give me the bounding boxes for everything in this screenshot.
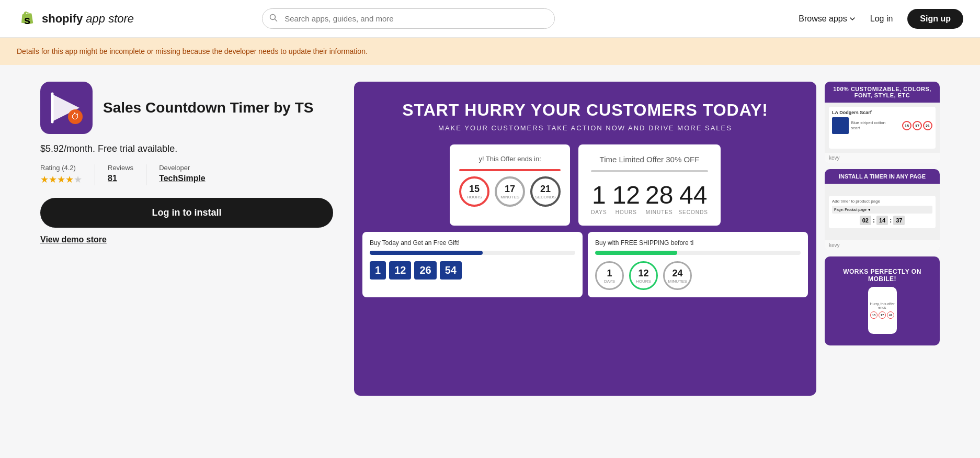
side-thumb-3-header: Works Perfectly on Mobile!: [830, 268, 935, 283]
signup-button[interactable]: Sign up: [907, 9, 963, 29]
progress-fill-2: [595, 251, 677, 255]
developer-label: Developer: [159, 164, 206, 172]
circular-timer-card: y! This Offer ends in: 15 HOURS 17 MINUT…: [450, 144, 570, 226]
hours-circle: 15 HOURS: [459, 176, 489, 207]
timer-cards: y! This Offer ends in: 15 HOURS 17 MINUT…: [371, 144, 800, 226]
reviews-count[interactable]: 81: [108, 174, 133, 183]
install-button[interactable]: Log in to install: [40, 198, 333, 228]
timer-card-label: y! This Offer ends in:: [459, 155, 561, 163]
header-nav: Browse apps Log in Sign up: [799, 9, 963, 29]
rating-group: Rating (4.2) ★★★★★: [40, 164, 82, 185]
app-meta: Rating (4.2) ★★★★★ Reviews 81 Developer …: [40, 164, 333, 185]
header: s shopify app store Browse apps Log in S…: [0, 0, 980, 38]
logo[interactable]: s shopify app store: [17, 8, 134, 29]
blue-digits: 1 12 26 54: [370, 261, 575, 280]
side-thumb-2-content: Add timer to product page Page: Product …: [825, 184, 940, 240]
mini-timer-row: 02 : 14 : 37: [832, 216, 932, 225]
kevy-label-2: kevy: [825, 240, 940, 250]
seconds-digit: 44 SECONDS: [678, 181, 708, 215]
minutes-circle: 17 MINUTES: [495, 176, 525, 207]
minutes-digit: 28 MINUTES: [645, 181, 673, 215]
reviews-label: Reviews: [108, 164, 133, 172]
chevron-down-icon: [849, 16, 856, 22]
app-header: ⏱ Sales Countdown Timer by TS: [40, 82, 333, 134]
info-banner: Details for this app might be incomplete…: [0, 38, 980, 65]
digit-1: 1: [370, 261, 386, 280]
timer-card-2-label: Time Limited Offer 30% OFF: [591, 155, 708, 164]
meta-separator: [95, 164, 95, 185]
screenshot-content: Start Hurry Your Customers Today! Make y…: [354, 82, 816, 226]
digit-4: 54: [440, 261, 462, 280]
bottom-card-2-title: Buy with FREE SHIPPING before ti: [595, 239, 801, 247]
mobile-phone: Hurry, this offer ends 15 17 41: [868, 287, 897, 334]
days-digit: 1 DAYS: [591, 181, 607, 215]
seconds-circle: 21 SECONDS: [530, 176, 561, 207]
shopify-bag-icon: s: [17, 8, 38, 29]
bottom-cards: Buy Today and Get an Free Gift! 1 12 26 …: [354, 232, 816, 297]
side-thumb-1-content: LA Dodgers Scarf Blue striped cottonscar…: [825, 103, 940, 153]
progress-fill-1: [370, 251, 483, 255]
screenshot-subtitle: Make your Customers take action Now and …: [371, 124, 800, 132]
screenshots-area: Start Hurry Your Customers Today! Make y…: [354, 82, 940, 396]
side-thumb-1: 100% Customizable, Colors, Font, Style, …: [825, 82, 940, 163]
app-price: $5.92/month. Free trial available.: [40, 143, 333, 154]
browse-apps-button[interactable]: Browse apps: [799, 14, 856, 24]
svg-line-3: [275, 19, 277, 21]
digit-2: 12: [389, 261, 411, 280]
progress-bar-1: [370, 251, 575, 255]
developer-group: Developer TechSimple: [159, 164, 206, 183]
side-thumb-2-header: Install a Timer in any Page: [825, 169, 940, 184]
digit-timer: 1 DAYS 12 HOURS 28 MINUTES: [591, 181, 708, 215]
rating-label: Rating (4.2): [40, 164, 82, 172]
mini-timer-h: 02: [860, 216, 871, 225]
circles-row: 15 HOURS 17 MINUTES 21 SECONDS: [459, 176, 561, 207]
progress-bar-2: [595, 251, 801, 255]
app-icon: ⏱: [40, 82, 93, 134]
small-circles: 1 DAYS 12 HOURS 24 MINUTES: [595, 261, 801, 290]
bottom-card-2: Buy with FREE SHIPPING before ti 1 DAYS …: [588, 232, 808, 297]
svg-text:⏱: ⏱: [71, 112, 79, 121]
reviews-group: Reviews 81: [108, 164, 133, 183]
app-title: Sales Countdown Timer by TS: [103, 99, 313, 117]
side-thumb-1-header: 100% Customizable, Colors, Font, Style, …: [825, 82, 940, 103]
digit-3: 26: [414, 261, 436, 280]
bottom-card-1: Buy Today and Get an Free Gift! 1 12 26 …: [362, 232, 583, 297]
bottom-card-1-title: Buy Today and Get an Free Gift!: [370, 239, 575, 247]
main-content: ⏱ Sales Countdown Timer by TS $5.92/mont…: [19, 65, 961, 412]
search-input[interactable]: [262, 8, 555, 29]
hours-digit: 12 HOURS: [612, 181, 640, 215]
view-demo-button[interactable]: View demo store: [40, 235, 107, 244]
mini-timer-s: 37: [893, 216, 905, 225]
app-logo-icon: ⏱: [48, 90, 85, 126]
side-thumb-3: Works Perfectly on Mobile! Hurry, this o…: [825, 256, 940, 345]
app-details-panel: ⏱ Sales Countdown Timer by TS $5.92/mont…: [40, 82, 333, 396]
kevy-label-1: kevy: [825, 153, 940, 163]
svg-text:s: s: [24, 14, 30, 27]
side-thumb-2: Install a Timer in any Page Add timer to…: [825, 169, 940, 250]
star-rating: ★★★★★: [40, 174, 82, 185]
login-button[interactable]: Log in: [870, 14, 893, 24]
screenshot-title: Start Hurry Your Customers Today!: [371, 100, 800, 120]
search-container: [262, 8, 555, 29]
side-screenshots: 100% Customizable, Colors, Font, Style, …: [825, 82, 940, 396]
mini-timer-m: 14: [876, 216, 888, 225]
digit-timer-card: Time Limited Offer 30% OFF 1 DAYS 12 HOU…: [578, 144, 721, 226]
logo-text: shopify app store: [42, 12, 134, 26]
search-icon: [269, 14, 278, 24]
developer-name[interactable]: TechSimple: [159, 174, 206, 183]
meta-separator-2: [146, 164, 146, 185]
main-screenshot: Start Hurry Your Customers Today! Make y…: [354, 82, 816, 396]
